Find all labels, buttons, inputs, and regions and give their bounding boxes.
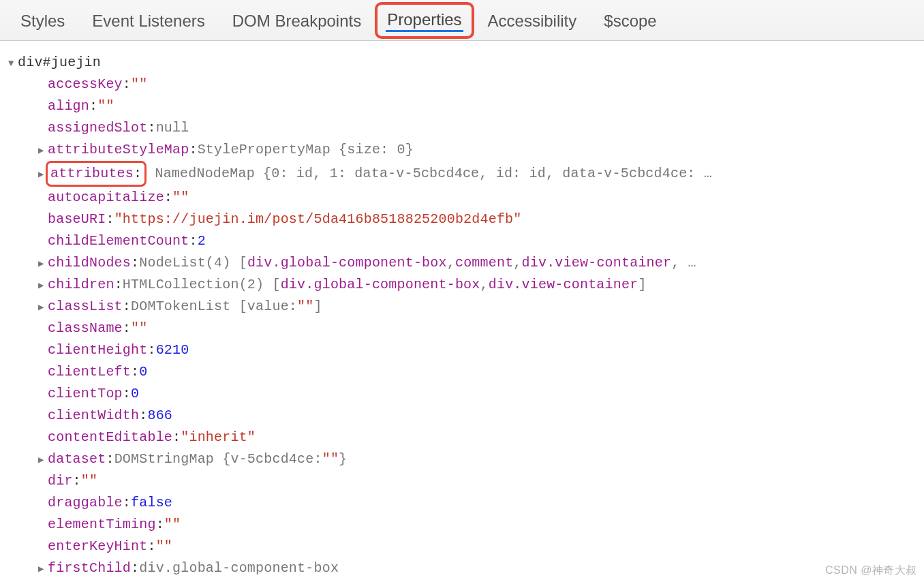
chevron-right-icon[interactable] — [38, 300, 48, 315]
prop-draggable[interactable]: draggable: false — [18, 492, 917, 514]
tab-event-listeners[interactable]: Event Listeners — [78, 2, 218, 39]
watermark: CSDN @神奇大叔 — [825, 564, 917, 578]
prop-clientTop[interactable]: clientTop: 0 — [18, 383, 917, 405]
prop-elementTiming[interactable]: elementTiming: "" — [18, 514, 917, 536]
chevron-down-icon[interactable] — [8, 56, 18, 71]
object-header[interactable]: div#juejin — [18, 52, 917, 74]
tab-dom-breakpoints[interactable]: DOM Breakpoints — [219, 2, 375, 39]
tab-accessibility[interactable]: Accessibility — [474, 2, 591, 39]
prop-dir[interactable]: dir: "" — [18, 470, 917, 492]
chevron-right-icon[interactable] — [38, 256, 48, 271]
object-name: div#juejin — [18, 52, 101, 74]
prop-accessKey[interactable]: accessKey: "" — [18, 74, 917, 95]
prop-attributes[interactable]: attributes: NamedNodeMap {0: id, 1: data… — [18, 161, 917, 187]
prop-attributeStyleMap[interactable]: attributeStyleMap: StylePropertyMap {siz… — [18, 139, 917, 161]
devtools-tabbar: Styles Event Listeners DOM Breakpoints P… — [0, 0, 924, 41]
chevron-right-icon[interactable] — [38, 453, 48, 468]
prop-enterKeyHint[interactable]: enterKeyHint: "" — [18, 536, 917, 557]
prop-firstChild[interactable]: firstChild: div.global-component-box — [18, 557, 917, 579]
prop-classList[interactable]: classList: DOMTokenList [value: "" ] — [18, 296, 917, 318]
tab-properties[interactable]: Properties — [375, 2, 474, 39]
chevron-right-icon[interactable] — [38, 562, 48, 577]
prop-clientHeight[interactable]: clientHeight: 6210 — [18, 339, 917, 361]
prop-clientLeft[interactable]: clientLeft: 0 — [18, 361, 917, 383]
prop-align[interactable]: align: "" — [18, 95, 917, 117]
properties-panel: div#juejin accessKey: "" align: "" assig… — [0, 41, 924, 582]
tab-scope[interactable]: $scope — [590, 2, 670, 39]
prop-childElementCount[interactable]: childElementCount: 2 — [18, 230, 917, 252]
prop-childNodes[interactable]: childNodes: NodeList(4) [ div.global-com… — [18, 252, 917, 274]
prop-assignedSlot[interactable]: assignedSlot: null — [18, 117, 917, 139]
chevron-right-icon[interactable] — [38, 278, 48, 293]
prop-clientWidth[interactable]: clientWidth: 866 — [18, 405, 917, 427]
prop-dataset[interactable]: dataset: DOMStringMap {v-5cbcd4ce: "" } — [18, 448, 917, 470]
prop-className[interactable]: className: "" — [18, 318, 917, 339]
prop-baseURI[interactable]: baseURI: "https://juejin.im/post/5da416b… — [18, 209, 917, 230]
prop-children[interactable]: children: HTMLCollection(2) [ div.global… — [18, 274, 917, 296]
chevron-right-icon[interactable] — [38, 143, 48, 158]
prop-autocapitalize[interactable]: autocapitalize: "" — [18, 187, 917, 209]
tab-styles[interactable]: Styles — [7, 2, 78, 39]
highlight-attributes: attributes: — [46, 161, 147, 187]
prop-contentEditable[interactable]: contentEditable: "inherit" — [18, 427, 917, 448]
